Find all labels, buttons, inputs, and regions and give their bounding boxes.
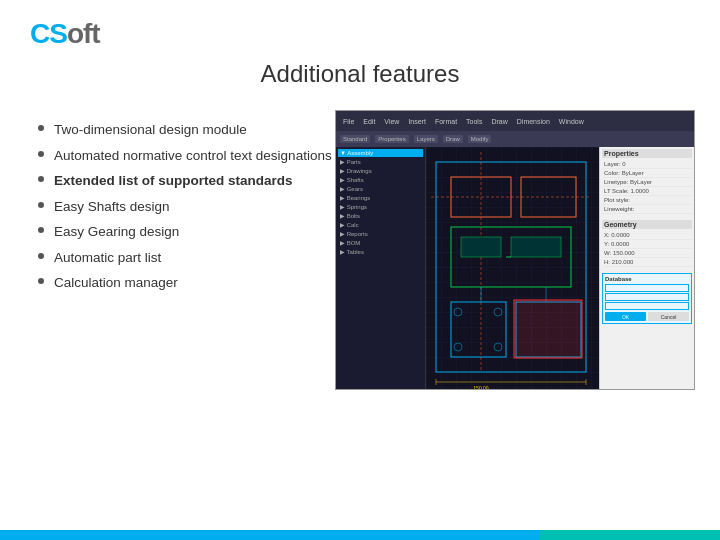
tree-item[interactable]: ▶ Calc: [338, 220, 423, 229]
ribbon-modify[interactable]: Modify: [468, 135, 492, 143]
tree-item[interactable]: ▶ Tables: [338, 247, 423, 256]
ribbon-layers[interactable]: Layers: [414, 135, 438, 143]
tree-item[interactable]: ▶ Springs: [338, 202, 423, 211]
list-item: Automatic part list: [38, 248, 332, 268]
svg-rect-22: [514, 300, 582, 358]
app-main-area: ▼ Assembly ▶ Parts ▶ Drawings ▶ Shafts ▶…: [336, 147, 694, 389]
menu-window: Window: [556, 117, 587, 126]
accent-teal-bar: [540, 530, 720, 540]
tree-item[interactable]: ▶ Drawings: [338, 166, 423, 175]
cad-canvas: 150.00: [426, 147, 599, 389]
menu-edit: Edit: [360, 117, 378, 126]
cad-screenshot: File Edit View Insert Format Tools Draw …: [335, 110, 695, 390]
logo-soft-text: oft: [67, 18, 100, 49]
dialog-input-1[interactable]: [605, 284, 689, 292]
bullet-dot: [38, 278, 44, 284]
menu-file: File: [340, 117, 357, 126]
tree-item[interactable]: ▶ Gears: [338, 184, 423, 193]
tree-item[interactable]: ▶ Shafts: [338, 175, 423, 184]
list-item-text: Two-dimensional design module: [54, 120, 247, 140]
menu-view: View: [381, 117, 402, 126]
ok-button[interactable]: OK: [605, 312, 646, 321]
prop-plotstyle: Plot style:: [602, 196, 692, 205]
tree-item[interactable]: ▶ Reports: [338, 229, 423, 238]
list-item-text: Automatic part list: [54, 248, 161, 268]
bullet-dot: [38, 253, 44, 259]
cad-background: File Edit View Insert Format Tools Draw …: [336, 111, 694, 389]
prop-scale: LT Scale: 1.0000: [602, 187, 692, 196]
menu-insert: Insert: [405, 117, 429, 126]
list-item-text: Automated normative control text designa…: [54, 146, 332, 166]
list-item: Extended list of supported standards: [38, 171, 332, 191]
list-item: Calculation manager: [38, 273, 332, 293]
list-item-text: Calculation manager: [54, 273, 178, 293]
dialog-input-2[interactable]: [605, 293, 689, 301]
prop-lineweight: Lineweight:: [602, 205, 692, 214]
menu-format: Format: [432, 117, 460, 126]
features-list: Two-dimensional design module Automated …: [38, 120, 332, 299]
bullet-dot: [38, 125, 44, 131]
dialog-title: Database: [605, 276, 689, 282]
bullet-dot: [38, 227, 44, 233]
svg-rect-8: [511, 237, 561, 257]
properties-title: Properties: [602, 149, 692, 158]
svg-rect-7: [461, 237, 501, 257]
tree-item[interactable]: ▶ Parts: [338, 157, 423, 166]
tree-item[interactable]: ▶ Bearings: [338, 193, 423, 202]
app-ribbon: Standard Properties Layers Draw Modify: [336, 131, 694, 147]
cancel-button[interactable]: Cancel: [648, 312, 689, 321]
page-title: Additional features: [0, 60, 720, 88]
dialog-input-3[interactable]: [605, 302, 689, 310]
bullet-dot: [38, 202, 44, 208]
list-item-text: Extended list of supported standards: [54, 171, 293, 191]
prop-width: W: 150.000: [602, 249, 692, 258]
tree-item[interactable]: ▼ Assembly: [338, 149, 423, 157]
page-bottom-accent: [0, 530, 720, 540]
prop-y: Y: 0.0000: [602, 240, 692, 249]
prop-x: X: 0.0000: [602, 231, 692, 240]
geometry-title: Geometry: [602, 220, 692, 229]
app-statusbar: Command: Ready | Snap | Grid | Ortho | M…: [336, 389, 694, 390]
ribbon-properties[interactable]: Properties: [375, 135, 408, 143]
logo-cs-text: CS: [30, 18, 67, 49]
list-item-text: Easy Gearing design: [54, 222, 179, 242]
svg-text:150.00: 150.00: [473, 385, 489, 389]
tree-item[interactable]: ▶ Bolts: [338, 211, 423, 220]
app-menubar: File Edit View Insert Format Tools Draw …: [336, 111, 694, 131]
tree-panel: ▼ Assembly ▶ Parts ▶ Drawings ▶ Shafts ▶…: [336, 147, 426, 389]
list-item: Easy Shafts design: [38, 197, 332, 217]
prop-linetype: Linetype: ByLayer: [602, 178, 692, 187]
menu-dim: Dimension: [514, 117, 553, 126]
bullet-dot: [38, 151, 44, 157]
menu-tools: Tools: [463, 117, 485, 126]
accent-blue-bar: [0, 530, 540, 540]
logo: CSoft: [30, 18, 100, 50]
ribbon-draw[interactable]: Draw: [443, 135, 463, 143]
list-item-text: Easy Shafts design: [54, 197, 170, 217]
list-item: Easy Gearing design: [38, 222, 332, 242]
prop-layer: Layer: 0: [602, 160, 692, 169]
tree-item[interactable]: ▶ BOM: [338, 238, 423, 247]
ribbon-standard[interactable]: Standard: [340, 135, 370, 143]
dialog-panel: Database OK Cancel: [602, 273, 692, 324]
cad-drawing-svg: 150.00: [426, 147, 599, 389]
bullet-dot: [38, 176, 44, 182]
properties-panel: Properties Layer: 0 Color: ByLayer Linet…: [599, 147, 694, 389]
list-item: Automated normative control text designa…: [38, 146, 332, 166]
list-item: Two-dimensional design module: [38, 120, 332, 140]
prop-color: Color: ByLayer: [602, 169, 692, 178]
prop-height: H: 210.000: [602, 258, 692, 267]
menu-draw: Draw: [488, 117, 510, 126]
